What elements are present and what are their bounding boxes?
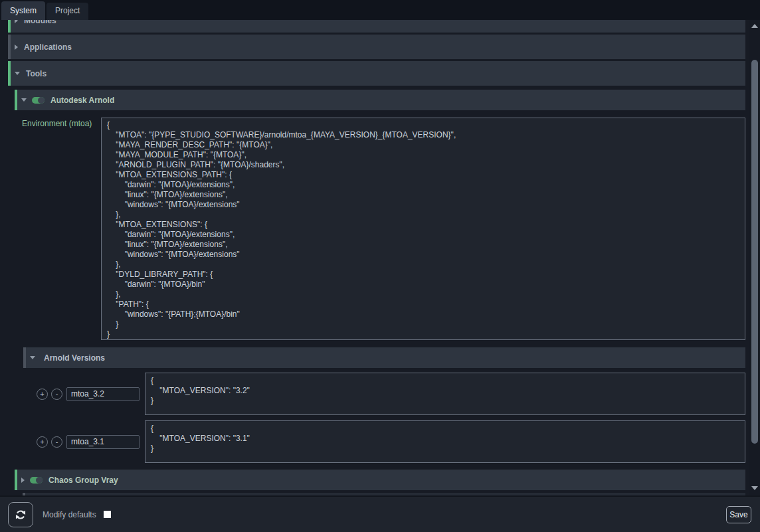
collapse-arrow-icon[interactable]	[30, 356, 35, 359]
section-vray-label: Chaos Group Vray	[48, 476, 118, 485]
remove-version-button[interactable]: -	[51, 389, 62, 400]
version-json-editor[interactable]: { "MTOA_VERSION": "3.2" }	[145, 373, 745, 415]
refresh-button[interactable]	[8, 502, 33, 527]
down-arrow-icon	[751, 486, 758, 490]
section-vray-header[interactable]: Chaos Group Vray	[15, 470, 745, 490]
section-applications-label: Applications	[24, 43, 72, 52]
environment-label: Environment (mtoa)	[22, 118, 101, 340]
modify-defaults-checkbox[interactable]	[104, 511, 111, 518]
vertical-scrollbar[interactable]	[749, 20, 760, 495]
section-vray: Chaos Group Vray	[15, 470, 745, 490]
version-row: + - { "MTOA_VERSION": "3.2" }	[23, 373, 745, 415]
section-arnold-versions-header[interactable]: Arnold Versions	[23, 347, 745, 368]
section-arnold-versions: Arnold Versions + - { "MTOA_VERSION": "3…	[23, 347, 745, 463]
scroll-up-button[interactable]	[749, 21, 760, 31]
environment-row: Environment (mtoa) { "MTOA": "{PYPE_STUD…	[22, 118, 745, 340]
section-modules-label: Modules	[24, 20, 56, 25]
modify-defaults-label: Modify defaults	[43, 510, 96, 519]
section-modules: Modules	[8, 20, 745, 33]
section-modules-header[interactable]: Modules	[8, 20, 745, 33]
tab-system[interactable]: System	[1, 1, 45, 20]
environment-json-editor[interactable]: { "MTOA": "{PYPE_STUDIO_SOFTWARE}/arnold…	[101, 118, 745, 340]
add-version-button[interactable]: +	[37, 436, 48, 448]
settings-scroll-area: Modules Applications Tools	[0, 20, 760, 495]
section-tools: Tools Autodesk Arnold Environment (mtoa)…	[8, 61, 745, 495]
scrollbar-thumb[interactable]	[751, 60, 758, 444]
expand-arrow-icon[interactable]	[21, 478, 25, 483]
section-tools-label: Tools	[26, 69, 47, 78]
settings-content: Modules Applications Tools	[0, 20, 760, 495]
section-applications: Applications	[8, 35, 745, 59]
save-button[interactable]: Save	[726, 506, 751, 523]
collapse-arrow-icon[interactable]	[21, 98, 27, 102]
add-version-button[interactable]: +	[37, 389, 48, 400]
tab-bar: System Project	[0, 0, 760, 20]
section-arnold: Autodesk Arnold Environment (mtoa) { "MT…	[15, 90, 745, 463]
refresh-icon	[14, 508, 27, 521]
scroll-down-button[interactable]	[749, 484, 760, 493]
vray-enabled-toggle[interactable]	[30, 477, 43, 484]
footer-bar: Modify defaults Save	[0, 495, 760, 532]
tab-project[interactable]: Project	[47, 3, 88, 20]
expand-arrow-icon[interactable]	[15, 44, 18, 50]
section-applications-header[interactable]: Applications	[8, 35, 745, 59]
remove-version-button[interactable]: -	[51, 436, 62, 448]
version-name-input[interactable]	[66, 387, 140, 401]
section-tools-body: Autodesk Arnold Environment (mtoa) { "MT…	[8, 90, 745, 495]
section-arnold-versions-label: Arnold Versions	[44, 353, 105, 363]
section-tools-header[interactable]: Tools	[8, 61, 745, 86]
version-name-input[interactable]	[66, 435, 140, 449]
collapse-arrow-icon[interactable]	[15, 72, 20, 75]
version-json-editor[interactable]: { "MTOA_VERSION": "3.1" }	[145, 420, 745, 463]
arnold-enabled-toggle[interactable]	[32, 97, 45, 104]
section-arnold-label: Autodesk Arnold	[50, 96, 114, 105]
version-row: + - { "MTOA_VERSION": "3.1" }	[23, 420, 745, 463]
up-arrow-icon	[751, 24, 758, 28]
section-arnold-header[interactable]: Autodesk Arnold	[15, 90, 745, 110]
expand-arrow-icon[interactable]	[15, 20, 18, 23]
